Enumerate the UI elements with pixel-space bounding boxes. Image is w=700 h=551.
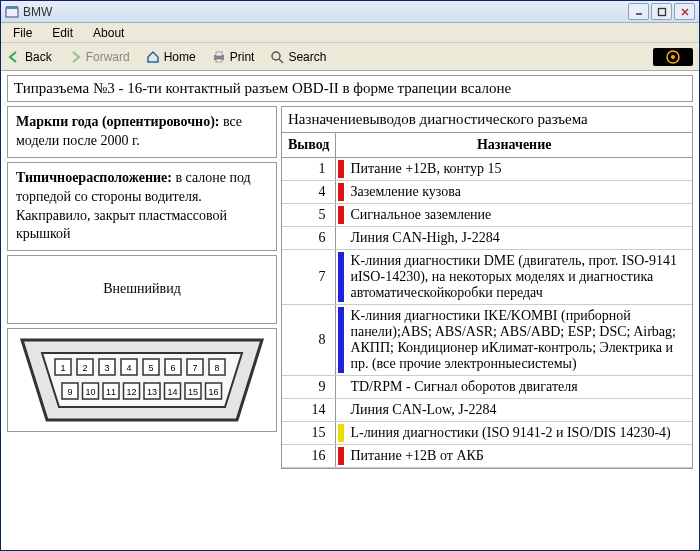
svg-rect-1	[6, 6, 18, 9]
table-row: 4Заземление кузова	[282, 181, 692, 204]
pin-number: 16	[282, 445, 336, 468]
left-column: Маркпи года (орпентировочно): все модели…	[7, 106, 277, 469]
right-column: Назначениевыводов диагностического разъе…	[281, 106, 693, 469]
page-title: Типразъема №3 - 16-ти контактный разъем …	[7, 75, 693, 102]
table-row: 15L-линия диагностики (ISO 9141-2 и ISO/…	[282, 422, 692, 445]
svg-text:9: 9	[67, 387, 72, 397]
connector-image-box: 12345678 910111213141516	[7, 328, 277, 432]
pin-number: 1	[282, 158, 336, 181]
search-label: Search	[288, 50, 326, 64]
table-row: 1Питание +12В, контур 15	[282, 158, 692, 181]
back-button[interactable]: Back	[7, 50, 52, 64]
appearance-label: Внешнийвид	[103, 281, 181, 296]
color-bar	[338, 160, 344, 178]
table-row: 8K-линия диагностики IKE/KOMBI (приборно…	[282, 305, 692, 376]
pinout-table: Вывод Назначение 1Питание +12В, контур 1…	[282, 132, 692, 468]
color-bar	[338, 424, 344, 442]
pin-description: Питание +12В, контур 15	[336, 158, 692, 181]
close-button[interactable]	[674, 3, 695, 20]
svg-text:16: 16	[208, 387, 218, 397]
print-button[interactable]: Print	[212, 50, 255, 64]
pin-text: Линия CAN-High, J-2284	[350, 230, 499, 245]
svg-text:14: 14	[167, 387, 177, 397]
svg-text:7: 7	[192, 363, 197, 373]
pin-text: K-линия диагностики DME (двигатель, прот…	[350, 253, 677, 300]
pin-description: TD/RPM - Сигнал оборотов двигателя	[336, 376, 692, 399]
app-icon	[5, 5, 19, 19]
pin-text: Линия CAN-Low, J-2284	[350, 402, 496, 417]
menubar: File Edit About	[1, 23, 699, 43]
pin-number: 5	[282, 204, 336, 227]
location-box: Типичноерасположение: в салоне под торпе…	[7, 162, 277, 252]
svg-text:12: 12	[126, 387, 136, 397]
year-label: Маркпи года (орпентировочно):	[16, 114, 219, 129]
color-bar	[338, 447, 344, 465]
svg-rect-0	[6, 8, 18, 17]
svg-text:13: 13	[147, 387, 157, 397]
maximize-button[interactable]	[651, 3, 672, 20]
brand-badge	[653, 48, 693, 66]
table-row: 5Сигнальное заземление	[282, 204, 692, 227]
svg-text:5: 5	[148, 363, 153, 373]
svg-text:15: 15	[188, 387, 198, 397]
svg-text:4: 4	[126, 363, 131, 373]
pin-number: 9	[282, 376, 336, 399]
table-row: 14Линия CAN-Low, J-2284	[282, 399, 692, 422]
svg-rect-7	[216, 52, 222, 56]
svg-rect-3	[658, 8, 665, 15]
home-label: Home	[164, 50, 196, 64]
pin-description: K-линия диагностики DME (двигатель, прот…	[336, 250, 692, 305]
pin-text: TD/RPM - Сигнал оборотов двигателя	[350, 379, 577, 394]
pin-number: 14	[282, 399, 336, 422]
col-desc: Назначение	[336, 133, 692, 158]
pin-text: Питание +12В от АКБ	[350, 448, 483, 463]
svg-text:1: 1	[60, 363, 65, 373]
search-icon	[270, 50, 284, 64]
svg-line-10	[279, 59, 283, 63]
forward-icon	[68, 50, 82, 64]
pin-number: 4	[282, 181, 336, 204]
search-button[interactable]: Search	[270, 50, 326, 64]
content-area[interactable]: Типразъема №3 - 16-ти контактный разъем …	[1, 71, 699, 550]
forward-label: Forward	[86, 50, 130, 64]
svg-point-12	[671, 55, 675, 59]
color-bar	[338, 183, 344, 201]
home-icon	[146, 50, 160, 64]
titlebar: BMW	[1, 1, 699, 23]
pin-description: Заземление кузова	[336, 181, 692, 204]
svg-text:8: 8	[214, 363, 219, 373]
pin-number: 7	[282, 250, 336, 305]
pin-description: Линия CAN-Low, J-2284	[336, 399, 692, 422]
svg-point-9	[272, 52, 280, 60]
location-label: Типичноерасположение:	[16, 170, 172, 185]
pin-description: L-линия диагностики (ISO 9141-2 и ISO/DI…	[336, 422, 692, 445]
pin-text: L-линия диагностики (ISO 9141-2 и ISO/DI…	[350, 425, 670, 440]
home-button[interactable]: Home	[146, 50, 196, 64]
pin-number: 6	[282, 227, 336, 250]
menu-edit[interactable]: Edit	[44, 24, 81, 42]
pin-text: Питание +12В, контур 15	[350, 161, 501, 176]
obd-connector-icon: 12345678 910111213141516	[17, 335, 267, 425]
pin-text: Сигнальное заземление	[350, 207, 491, 222]
minimize-button[interactable]	[628, 3, 649, 20]
back-label: Back	[25, 50, 52, 64]
table-row: 7K-линия диагностики DME (двигатель, про…	[282, 250, 692, 305]
print-icon	[212, 50, 226, 64]
pin-description: Линия CAN-High, J-2284	[336, 227, 692, 250]
svg-text:6: 6	[170, 363, 175, 373]
svg-text:11: 11	[106, 387, 116, 397]
color-bar	[338, 252, 344, 302]
pin-text: Заземление кузова	[350, 184, 460, 199]
svg-rect-8	[216, 59, 222, 62]
svg-text:2: 2	[82, 363, 87, 373]
toolbar: Back Forward Home Print Search	[1, 43, 699, 71]
window-title: BMW	[23, 5, 628, 19]
menu-about[interactable]: About	[85, 24, 132, 42]
pin-description: Питание +12В от АКБ	[336, 445, 692, 468]
appearance-box: Внешнийвид	[7, 255, 277, 324]
back-icon	[7, 50, 21, 64]
menu-file[interactable]: File	[5, 24, 40, 42]
color-bar	[338, 307, 344, 373]
table-row: 16Питание +12В от АКБ	[282, 445, 692, 468]
pin-number: 15	[282, 422, 336, 445]
